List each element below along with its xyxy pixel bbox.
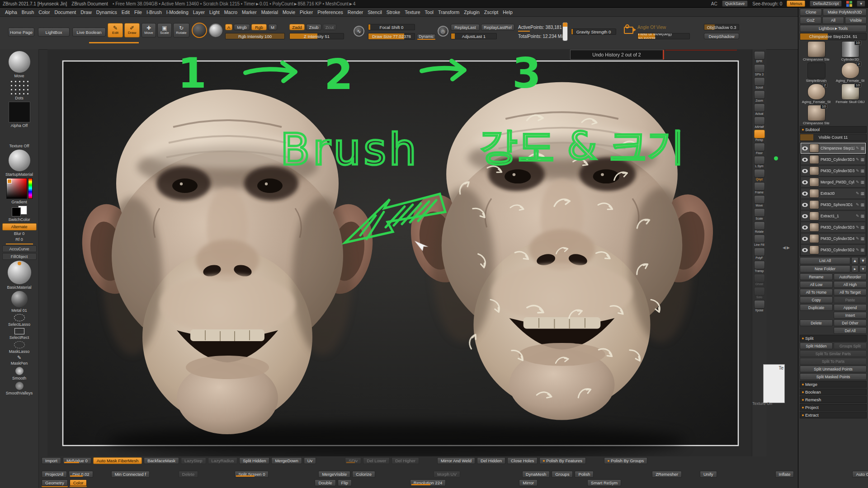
subtool-action-button[interactable]: All Low xyxy=(800,281,833,288)
quick-pick-item[interactable]: 2 Aging_Female_St xyxy=(834,62,867,83)
shelf-button[interactable]: L.Sym xyxy=(753,156,766,168)
bottom-button[interactable]: Dist 0.02 xyxy=(69,471,93,478)
menu-item[interactable]: File xyxy=(132,9,144,15)
bottom-button[interactable]: Del Higher xyxy=(392,457,419,464)
menu-item[interactable]: Tool xyxy=(423,9,436,15)
camera-icon[interactable] xyxy=(624,27,633,34)
paint-icon[interactable]: ✎ xyxy=(856,146,859,150)
menu-item[interactable]: Marker xyxy=(240,9,259,15)
bottom-button[interactable]: Double xyxy=(315,479,335,486)
select-lasso-icon[interactable] xyxy=(14,314,25,321)
split-action-button[interactable]: Groups Split xyxy=(834,343,867,349)
current-tool-slider[interactable]: Chimpanzee Step1234. 51 xyxy=(800,33,867,40)
menu-item[interactable]: Macro xyxy=(222,9,240,15)
smooth-valleys-icon[interactable] xyxy=(15,382,24,390)
subtool-action-button[interactable]: All High xyxy=(834,281,867,288)
visibility-eye-icon[interactable] xyxy=(802,214,808,218)
bottom-button[interactable]: Unify xyxy=(700,471,717,478)
mrgb-button[interactable]: Mrgb xyxy=(234,24,250,30)
menu-item[interactable]: Movie xyxy=(280,9,297,15)
menu-item[interactable]: Stencil xyxy=(365,9,384,15)
blur-slider[interactable]: Blur 0 xyxy=(14,231,25,236)
visibility-eye-icon[interactable] xyxy=(802,169,808,173)
menu-item[interactable]: Layer xyxy=(191,9,207,15)
fov-slider[interactable]: Field of view(deg) 39.59775 xyxy=(637,33,690,39)
uv-icon[interactable]: ▦ xyxy=(860,236,864,241)
shelf-button[interactable]: PolyF xyxy=(753,248,766,260)
draw-button[interactable]: ✐Draw xyxy=(124,23,140,38)
scroll-arrows-icon[interactable]: ◀▶ xyxy=(783,245,791,250)
shelf-button[interactable]: BPR xyxy=(753,51,766,63)
visibility-eye-icon[interactable] xyxy=(802,203,808,207)
subtool-action-button[interactable]: Delete xyxy=(800,319,833,326)
color-square[interactable] xyxy=(6,178,27,199)
visibility-eye-icon[interactable] xyxy=(802,225,808,230)
adjust-last-slider[interactable]: AdjustLast 1 xyxy=(451,33,497,39)
menu-item[interactable]: Material xyxy=(259,9,280,15)
deep-shadow-button[interactable]: DeepShadow xyxy=(704,33,739,39)
new-folder-button[interactable]: New Folder xyxy=(800,265,850,272)
split-action-button[interactable]: Split To Similar Parts xyxy=(800,350,867,357)
smooth-brush-icon[interactable] xyxy=(15,367,24,375)
mask-lasso-icon[interactable] xyxy=(14,341,25,348)
shelf-button[interactable]: Move xyxy=(753,195,766,207)
menu-item[interactable]: Stroke xyxy=(384,9,402,15)
bottom-button[interactable]: Colorize xyxy=(352,471,375,478)
paint-icon[interactable]: ✎ xyxy=(856,157,859,162)
bottom-button[interactable]: Del Lower xyxy=(363,457,390,464)
zcut-button[interactable]: Zcut xyxy=(323,24,336,30)
paint-icon[interactable]: ✎ xyxy=(856,248,859,252)
bottom-button[interactable]: Mirror And Weld xyxy=(437,457,475,464)
edit-button[interactable]: ✎Edit xyxy=(108,23,123,38)
bottom-button[interactable]: Uv xyxy=(304,457,316,464)
shelf-button[interactable]: AAHalf xyxy=(753,117,766,129)
visibility-eye-icon[interactable] xyxy=(802,237,808,241)
draw-size-slider[interactable]: Draw Size 77.02378 xyxy=(368,33,415,40)
bottom-button[interactable]: MergeDown xyxy=(271,457,302,464)
lightbox-tools-button[interactable]: Lightbox►Tools xyxy=(800,25,867,32)
subtool-action-button[interactable]: Duplicate xyxy=(800,304,833,311)
bottom-button[interactable]: Close Holes xyxy=(507,457,538,464)
subtool-action-button[interactable]: AutoReorder xyxy=(834,273,867,280)
list-all-button[interactable]: List All xyxy=(800,257,850,264)
folder-icon-button[interactable]: ▸ xyxy=(851,265,859,272)
bottom-button[interactable]: Polish By Groups xyxy=(604,457,647,464)
bottom-button[interactable]: MergeVisible xyxy=(318,471,350,478)
visibility-eye-icon[interactable] xyxy=(802,192,808,196)
menu-item[interactable]: Render xyxy=(345,9,365,15)
bottom-button[interactable]: Auto Groups xyxy=(852,471,868,478)
menu-item[interactable]: Preferences xyxy=(315,9,345,15)
alternate-button[interactable]: Alternate xyxy=(2,223,37,230)
paint-icon[interactable]: ✎ xyxy=(856,214,859,218)
menu-item[interactable]: Edit xyxy=(119,9,132,15)
menu-item[interactable]: Brush xyxy=(19,9,36,15)
material-preview-icon[interactable] xyxy=(209,23,222,37)
bottom-button[interactable]: Delete xyxy=(179,471,198,478)
subtool-action-button[interactable]: Del All xyxy=(834,327,867,334)
split-action-button[interactable]: Split Unmasked Points xyxy=(800,366,867,372)
see-through-slider[interactable]: See-through: 0 xyxy=(752,1,782,6)
rf-slider[interactable]: Rf 0 xyxy=(15,237,23,242)
shelf-button[interactable]: Qxyz xyxy=(753,169,766,181)
collapsed-section-header[interactable]: Boolean xyxy=(800,389,867,395)
bottom-button[interactable]: Del Hidden xyxy=(477,457,505,464)
menu-item[interactable]: Light xyxy=(207,9,222,15)
bottom-button[interactable]: Morph UV xyxy=(434,471,460,478)
quick-pick-item[interactable]: Chimpanzee Ste xyxy=(800,41,833,61)
paint-icon[interactable]: ✎ xyxy=(856,180,859,184)
main-color-swatch[interactable] xyxy=(12,207,21,216)
visibility-eye-icon[interactable] xyxy=(802,158,808,162)
bottom-button[interactable]: ZRemesher xyxy=(652,471,682,478)
metal-material-icon[interactable] xyxy=(11,291,28,307)
menu-item[interactable]: Zscript xyxy=(482,9,501,15)
goz-button[interactable]: GoZ xyxy=(800,17,821,24)
folder-add-button[interactable]: ▾ xyxy=(859,265,867,272)
visibility-eye-icon[interactable] xyxy=(802,248,808,252)
quick-pick-item[interactable]: 2 Aging_Female_St xyxy=(800,84,833,104)
visibility-eye-icon[interactable] xyxy=(802,146,808,150)
goz-all-button[interactable]: All xyxy=(822,17,844,24)
menu-item[interactable]: I-Modeling xyxy=(164,9,191,15)
uv-icon[interactable]: ▦ xyxy=(860,225,864,230)
subtool-row[interactable]: Chimpanzee Step1234 ✎ ▦ xyxy=(801,143,866,154)
obj-shadow-slider[interactable]: ObjShadow 0.3 xyxy=(704,24,739,30)
